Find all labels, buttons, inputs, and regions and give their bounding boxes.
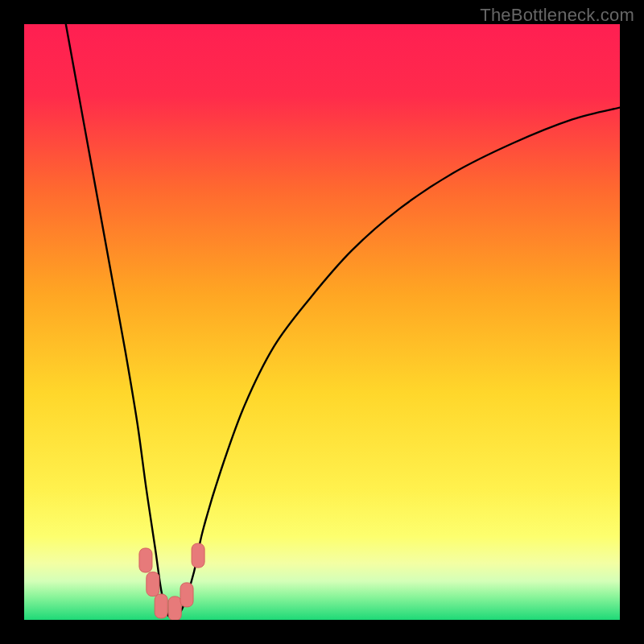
marker <box>192 543 204 568</box>
marker <box>180 583 193 607</box>
sweet-spot-markers <box>139 543 204 620</box>
marker <box>139 548 152 572</box>
marker <box>147 572 159 597</box>
marker <box>155 594 167 618</box>
bottleneck-curve <box>66 24 620 617</box>
watermark-text: TheBottleneck.com <box>480 5 634 26</box>
curve-layer <box>24 24 620 620</box>
marker <box>168 597 181 620</box>
plot-area <box>24 24 620 620</box>
